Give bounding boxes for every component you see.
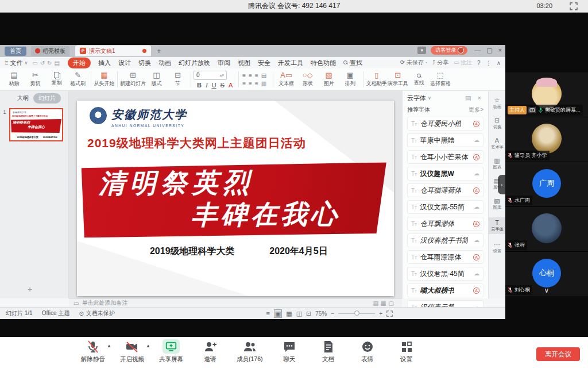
textbox-button[interactable]: A▭文本框 — [276, 69, 297, 90]
picture-button[interactable]: ▧图片 — [318, 69, 339, 90]
slide[interactable]: 安徽师范大学 ANHUI NORMAL UNIVERSITY 2019级地理科学… — [77, 101, 394, 296]
settings-button[interactable]: 设置 — [394, 340, 419, 363]
slideshow-view-icon[interactable]: ⊡ — [306, 310, 311, 317]
zoom-slider[interactable] — [338, 313, 375, 314]
rail-wordart[interactable]: A艺术字 — [489, 137, 506, 150]
quick-access-icons[interactable]: ▭↺↻▤ — [32, 60, 62, 66]
play-from-start-button[interactable]: ▦从头开始 — [94, 69, 115, 90]
menu-slideshow[interactable]: 幻灯片放映 — [179, 59, 210, 67]
normal-view-icon[interactable]: ▣ — [274, 309, 282, 318]
paragraph-group[interactable]: ≡≡≡▤ ≡≡≡▥ — [241, 72, 270, 87]
tab-template[interactable]: 稻壳模板 — [31, 46, 69, 56]
font-item[interactable]: TT仓耳雨漂漂体A — [407, 250, 483, 264]
participant-tile[interactable]: 主持人 樊敬贤的屏幕... — [505, 72, 588, 117]
participant-tile[interactable]: 张程 — [505, 207, 588, 251]
section-button[interactable]: ⊟节 — [167, 69, 188, 90]
rail-chart[interactable]: ▥图表 — [489, 157, 506, 170]
rail-gallery[interactable]: ▧图库 — [489, 197, 506, 210]
collapse-strip-chevron[interactable]: › — [498, 175, 505, 194]
notes-bar[interactable]: ▭ 单击此处添加备注 ▤▦▢ — [69, 298, 402, 307]
more-icon[interactable]: ⋮ — [486, 60, 492, 66]
format-painter-button[interactable]: ✎格式刷 — [67, 69, 88, 90]
font-item[interactable]: TT仓耳猫薄荷体A — [407, 183, 483, 197]
restore-button[interactable]: ▢ — [486, 47, 492, 54]
align-icons-row2[interactable]: ≡≡≡▥ — [242, 80, 269, 87]
slide-thumbnail[interactable]: 安徽师范大学 2019级地理科学大类网上主题团日活动 清明祭英烈 丰碑在我心 2… — [9, 108, 63, 141]
minimize-button[interactable]: — — [474, 47, 481, 54]
menu-security[interactable]: 安全 — [258, 59, 270, 67]
zoom-out-button[interactable]: − — [331, 310, 334, 317]
font-item[interactable]: TT汉仪君黑-45简☁ — [407, 267, 483, 281]
fit-screen-icon[interactable] — [386, 310, 393, 317]
menu-insert[interactable]: 插入 — [98, 59, 111, 67]
guest-login-button[interactable]: 访客登录 — [431, 46, 467, 55]
tab-outline[interactable]: 大纲 — [17, 94, 29, 102]
skin-icon[interactable]: ▾ — [417, 47, 426, 54]
font-item[interactable]: TT汉仪文黑-55简☁ — [407, 200, 483, 214]
zoom-percent[interactable]: 75% — [315, 310, 327, 317]
tab-document-active[interactable]: P 演示文稿1 — [75, 45, 151, 56]
rail-cloud-fonts-active[interactable]: T云字体 — [489, 217, 506, 234]
leave-meeting-button[interactable]: 离开会议 — [536, 347, 580, 361]
rail-animation[interactable]: ☆动画 — [489, 97, 506, 110]
present-tools-button[interactable]: ⊡演示工具 — [387, 69, 408, 90]
align-icons-row1[interactable]: ≡≡≡▤ — [242, 72, 269, 79]
close-button[interactable]: × — [498, 47, 502, 54]
more-fonts-link[interactable]: 更多> — [469, 106, 483, 114]
strikethrough-button[interactable]: S — [220, 82, 225, 89]
new-slide-button[interactable]: ⊞新建幻灯片 — [120, 69, 146, 90]
menu-transition[interactable]: 切换 — [138, 59, 151, 67]
participant-tile[interactable]: 心桐 刘心桐 ∨ — [505, 252, 588, 296]
zoom-in-button[interactable]: + — [379, 310, 382, 317]
members-button[interactable]: 成员(176) — [237, 340, 263, 363]
font-item[interactable]: TT喵大叔榜书A — [407, 283, 483, 297]
menu-devtools[interactable]: 开发工具 — [278, 59, 303, 67]
help-icon[interactable]: ? — [477, 60, 481, 66]
collapse-ribbon-icon[interactable]: ∧ — [497, 60, 501, 66]
unmute-button[interactable]: 解除静音 ▲ — [80, 340, 106, 363]
font-item[interactable]: TT華康中黑體☁ — [407, 133, 483, 147]
add-slide-button[interactable]: + — [28, 285, 32, 294]
layout-button[interactable]: ◫版式 — [146, 69, 167, 90]
selection-pane-button[interactable]: ⬚选择窗格 — [430, 69, 451, 90]
doc-assistant-button[interactable]: ▯文档助手 — [366, 69, 387, 90]
notes-view-icon[interactable]: ≡ — [266, 310, 269, 317]
font-item[interactable]: TT仓耳爱民小楷A — [407, 117, 483, 131]
panel-close-icon[interactable]: × — [478, 94, 483, 101]
find-button[interactable]: 查找 — [408, 69, 430, 90]
chat-button[interactable]: 聊天 — [277, 340, 302, 363]
menu-features[interactable]: 特色功能 — [311, 59, 336, 67]
cut-button[interactable]: ✂剪切 — [25, 69, 46, 90]
menu-review[interactable]: 审阅 — [218, 59, 230, 67]
reading-view-icon[interactable]: ◫ — [296, 310, 302, 317]
emoji-button[interactable]: 表情 — [355, 340, 380, 363]
share-screen-button[interactable]: 共享屏幕 — [158, 340, 184, 363]
menu-design[interactable]: 设计 — [118, 59, 131, 67]
mic-options-caret[interactable]: ▲ — [107, 343, 111, 348]
participant-tile[interactable]: 广周 水广周 — [505, 162, 588, 206]
new-tab-button[interactable]: + — [157, 47, 161, 55]
rail-transition[interactable]: ⊡切换 — [489, 117, 506, 130]
font-item[interactable]: TT仓耳小小芒果体A — [407, 150, 483, 164]
panel-menu-icon[interactable]: ▤ — [465, 94, 473, 101]
chevron-down-icon[interactable]: ∨ — [428, 95, 431, 101]
font-item[interactable]: TT汉仪春然手书简☁ — [407, 233, 483, 247]
menu-find[interactable]: 查找 — [343, 59, 362, 67]
menu-file[interactable]: ≡文件∨ — [5, 59, 28, 67]
video-options-caret[interactable]: ▲ — [146, 343, 150, 348]
font-color-button[interactable]: A — [229, 82, 233, 89]
comment-button[interactable]: ▭ 批注 — [454, 59, 472, 67]
sorter-view-icon[interactable]: ▦ — [286, 310, 292, 317]
docs-button[interactable]: 文档 — [316, 340, 341, 363]
menu-animation[interactable]: 动画 — [158, 59, 171, 67]
share-button[interactable]: ⤴ 分享 — [432, 59, 448, 67]
copy-button[interactable]: 复制 — [46, 69, 67, 90]
invite-button[interactable]: 邀请 — [198, 340, 223, 363]
font-item[interactable]: TT仓耳飘渺体A — [407, 217, 483, 231]
protection-status[interactable]: ⊙文档未保护 — [79, 309, 114, 317]
menu-view[interactable]: 视图 — [238, 59, 250, 67]
expand-strip-chevron[interactable]: ∨ — [544, 286, 550, 294]
arrange-button[interactable]: ▣排列 — [339, 69, 361, 90]
shapes-button[interactable]: ○◇形状 — [297, 69, 318, 90]
start-video-button[interactable]: 开启视频 ▲ — [119, 340, 145, 363]
